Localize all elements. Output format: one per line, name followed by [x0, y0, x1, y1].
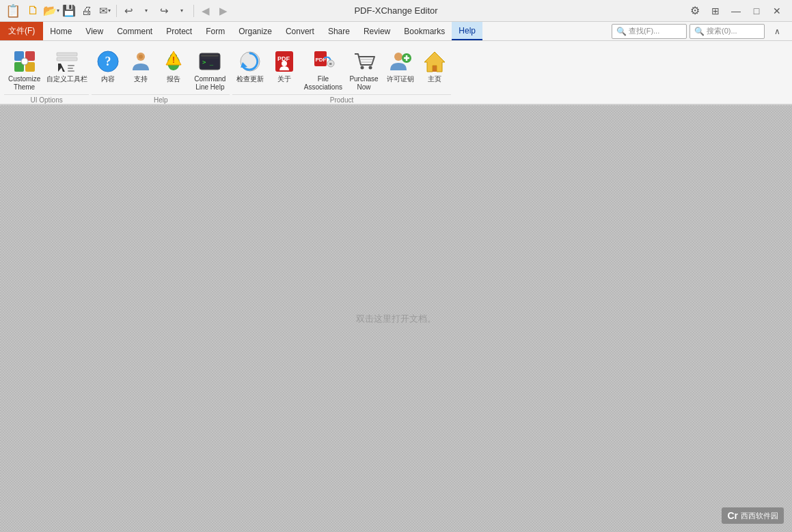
svg-point-35: [368, 66, 372, 70]
command-line-help-icon: > _: [197, 49, 222, 74]
minimize-button[interactable]: —: [726, 3, 746, 18]
menu-item-convert[interactable]: Convert: [279, 22, 321, 40]
watermark-logo: Cr: [727, 510, 738, 521]
search-box[interactable]: 🔍 搜索(0)...: [689, 24, 765, 39]
find-label: 查找(F)...: [629, 26, 659, 36]
ribbon-group-product: 检查更新 PDF 关于: [232, 44, 450, 104]
window-title: PDF-XChange Editor: [354, 5, 437, 16]
qa-redo-dropdown[interactable]: ▾: [174, 3, 189, 18]
license-icon: [388, 49, 413, 74]
home-page-label: 主页: [428, 75, 441, 83]
purchase-button[interactable]: PurchaseNow: [345, 46, 382, 94]
maximize-button[interactable]: □: [747, 3, 766, 18]
menu-item-home[interactable]: Home: [43, 22, 79, 40]
menu-item-help[interactable]: Help: [452, 22, 482, 40]
menu-item-review[interactable]: Review: [357, 22, 397, 40]
customize-toolbar-icon: [55, 49, 79, 74]
settings-button[interactable]: ⚙: [685, 3, 705, 18]
ribbon-collapse-button[interactable]: ∧: [767, 24, 787, 39]
app-icon: 📋: [5, 3, 21, 18]
help-content-button[interactable]: ? 内容: [92, 46, 124, 86]
help-content-icon: ?: [96, 49, 120, 74]
file-associations-icon: PDF ≡: [311, 49, 336, 74]
fullscreen-button[interactable]: ⊞: [706, 3, 725, 18]
menu-item-comment[interactable]: Comment: [110, 22, 159, 40]
purchase-icon: [352, 49, 377, 74]
svg-rect-9: [68, 68, 73, 69]
customize-toolbar-button[interactable]: 自定义工具栏: [44, 46, 89, 86]
license-button[interactable]: 许可证钥: [383, 46, 418, 86]
ribbon-group-product-content: 检查更新 PDF 关于: [232, 44, 450, 94]
ribbon: CustomizeTheme: [0, 41, 792, 105]
watermark: Cr 西西软件园: [722, 507, 784, 524]
menu-item-organize[interactable]: Organize: [232, 22, 279, 40]
menu-item-form[interactable]: Form: [199, 22, 232, 40]
qa-undo-dropdown[interactable]: ▾: [139, 3, 154, 18]
svg-rect-6: [57, 57, 77, 61]
search-label: 搜索(0)...: [707, 26, 737, 36]
find-search-box[interactable]: 🔍 查找(F)...: [612, 24, 687, 39]
qa-undo-button[interactable]: ↩: [121, 3, 136, 18]
svg-rect-10: [68, 70, 74, 72]
menu-item-protect[interactable]: Protect: [159, 22, 199, 40]
svg-point-29: [282, 61, 287, 66]
help-report-label: 报告: [167, 75, 180, 83]
check-update-button[interactable]: 检查更新: [232, 46, 268, 86]
check-update-icon: [238, 49, 262, 74]
command-line-help-label: CommandLine Help: [194, 75, 226, 92]
find-icon: 🔍: [616, 27, 627, 36]
help-report-button[interactable]: ! 报告: [157, 46, 190, 86]
svg-point-4: [21, 58, 28, 65]
ribbon-group-product-label: Product: [232, 94, 450, 105]
qa-forward-button[interactable]: ▶: [216, 3, 231, 18]
svg-point-34: [360, 66, 364, 70]
qa-back-button[interactable]: ◀: [198, 3, 213, 18]
file-associations-button[interactable]: PDF ≡ FileAssociations: [301, 46, 345, 94]
qa-separator-1: [116, 5, 117, 17]
canvas-hint: 双击这里打开文档。: [356, 313, 436, 325]
svg-point-14: [139, 55, 143, 59]
svg-rect-8: [68, 65, 74, 66]
menu-item-view[interactable]: View: [79, 22, 110, 40]
about-label: 关于: [277, 75, 291, 83]
qa-new-button[interactable]: 🗋: [26, 3, 41, 18]
ribbon-group-help: ? 内容 支持: [92, 44, 230, 104]
svg-text:!: !: [172, 55, 175, 65]
about-icon: PDF: [272, 49, 297, 74]
menu-item-bookmarks[interactable]: Bookmarks: [397, 22, 452, 40]
customize-theme-label: CustomizeTheme: [8, 75, 40, 92]
purchase-label: PurchaseNow: [349, 75, 378, 92]
search-icon: 🔍: [694, 27, 705, 36]
license-label: 许可证钥: [387, 75, 414, 83]
svg-text:?: ?: [105, 55, 111, 68]
title-bar-right: ⚙ ⊞ — □ ✕: [685, 3, 787, 18]
qa-print-button[interactable]: 🖨: [79, 3, 94, 18]
about-button[interactable]: PDF 关于: [268, 46, 301, 86]
customize-theme-icon: [12, 49, 37, 74]
check-update-label: 检查更新: [236, 75, 264, 83]
customize-toolbar-label: 自定义工具栏: [46, 75, 87, 83]
menu-item-share[interactable]: Share: [321, 22, 357, 40]
help-support-button[interactable]: 支持: [124, 46, 157, 86]
qa-save-button[interactable]: 💾: [62, 3, 77, 18]
svg-marker-7: [58, 64, 65, 72]
main-canvas[interactable]: 双击这里打开文档。 Cr 西西软件园: [0, 105, 792, 532]
ribbon-group-help-label: Help: [92, 94, 230, 105]
svg-rect-43: [433, 66, 437, 72]
customize-theme-button[interactable]: CustomizeTheme: [4, 46, 44, 94]
help-content-label: 内容: [101, 75, 115, 83]
menu-bar: 文件(F) Home View Comment Protect Form Org…: [0, 22, 792, 41]
close-button[interactable]: ✕: [767, 3, 787, 18]
qa-redo-button[interactable]: ↪: [156, 3, 172, 18]
home-page-button[interactable]: 主页: [418, 46, 451, 86]
qa-open-button[interactable]: 📂▾: [44, 3, 59, 18]
ribbon-group-ui-options-content: CustomizeTheme: [4, 44, 89, 94]
qa-email-button[interactable]: ✉▾: [97, 3, 112, 18]
ribbon-group-ui-options-label: UI Options: [4, 94, 89, 105]
ribbon-group-help-content: ? 内容 支持: [92, 44, 230, 94]
help-support-label: 支持: [134, 75, 148, 83]
svg-text:> _: > _: [202, 59, 214, 66]
home-page-icon: [422, 49, 447, 74]
command-line-help-button[interactable]: > _ CommandLine Help: [190, 46, 230, 94]
menu-item-file[interactable]: 文件(F): [0, 22, 43, 40]
